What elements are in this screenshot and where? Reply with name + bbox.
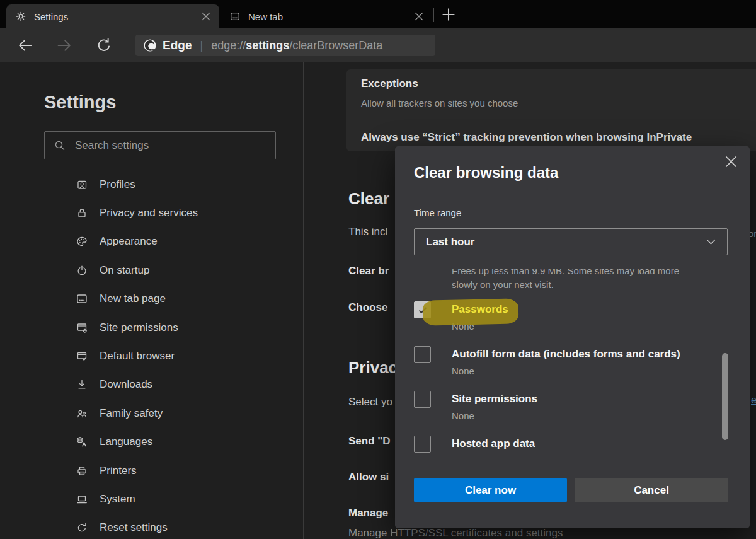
sidebar-item-label: Default browser bbox=[100, 350, 175, 362]
hosted-app-data-checkbox[interactable] bbox=[414, 436, 431, 453]
sidebar-item-printers[interactable]: Printers bbox=[0, 456, 302, 485]
exceptions-subtitle: Allow all trackers on sites you choose bbox=[361, 98, 518, 108]
sidebar-item-label: System bbox=[100, 493, 135, 506]
sidebar-item-label: Family safety bbox=[100, 407, 163, 420]
edge-logo-icon bbox=[143, 38, 157, 52]
new-tab-page-icon bbox=[76, 293, 88, 305]
default-browser-icon bbox=[76, 350, 88, 362]
clipped-text: Manage bbox=[348, 507, 388, 519]
palette-icon bbox=[76, 235, 88, 248]
profiles-icon bbox=[76, 178, 88, 191]
clipped-text: Select yo bbox=[348, 396, 392, 409]
clipped-text: Allow si bbox=[348, 471, 389, 484]
sidebar-item-on-startup[interactable]: On startup bbox=[0, 256, 302, 284]
download-icon bbox=[76, 378, 88, 391]
close-tab-icon[interactable] bbox=[202, 12, 210, 21]
checkbox-label: Passwords bbox=[452, 303, 508, 316]
tab-settings[interactable]: Settings bbox=[6, 4, 219, 28]
checkbox-sublabel: None bbox=[452, 366, 474, 376]
browser-window: Settings New tab bbox=[0, 0, 756, 539]
settings-search-box[interactable] bbox=[44, 131, 276, 159]
refresh-button[interactable] bbox=[96, 37, 112, 54]
system-icon bbox=[76, 493, 88, 506]
sidebar-item-new-tab-page[interactable]: New tab page bbox=[0, 285, 302, 313]
strict-tracking-heading: Always use “Strict” tracking prevention … bbox=[361, 131, 692, 144]
autofill-checkbox[interactable] bbox=[414, 346, 431, 363]
clear-browsing-data-dialog: Clear browsing data Time range Last hour… bbox=[395, 146, 750, 528]
site-permissions-checkbox[interactable] bbox=[414, 391, 431, 408]
dialog-scrollbar[interactable] bbox=[722, 353, 728, 440]
time-range-value: Last hour bbox=[426, 236, 706, 248]
forward-button[interactable] bbox=[56, 37, 72, 54]
tab-title: Settings bbox=[34, 11, 194, 22]
manage-certificates-text: Manage HTTPS/SSL certificates and settin… bbox=[348, 527, 563, 539]
url-host: settings bbox=[246, 39, 289, 52]
exceptions-heading: Exceptions bbox=[361, 78, 418, 90]
site-permissions-icon bbox=[76, 322, 88, 334]
sidebar-item-label: New tab page bbox=[100, 293, 166, 305]
dialog-title: Clear browsing data bbox=[414, 164, 558, 182]
address-brand: Edge bbox=[163, 38, 192, 52]
power-icon bbox=[76, 264, 88, 277]
sidebar-item-label: Printers bbox=[100, 465, 137, 477]
search-icon bbox=[54, 139, 66, 152]
sidebar-item-reset-settings[interactable]: Reset settings bbox=[0, 514, 302, 539]
address-divider: | bbox=[197, 39, 205, 52]
search-input[interactable] bbox=[75, 139, 266, 152]
checkbox-row-autofill: Autofill form data (includes forms and c… bbox=[414, 346, 729, 385]
clipped-text: This incl bbox=[348, 226, 387, 238]
sidebar-item-label: On startup bbox=[100, 264, 149, 277]
lock-icon bbox=[76, 207, 88, 219]
tab-new-tab[interactable]: New tab bbox=[220, 4, 432, 28]
clipped-text: Send "D bbox=[348, 435, 391, 448]
printer-icon bbox=[76, 465, 88, 477]
sidebar-navigation: Profiles Privacy and services Appeara bbox=[0, 170, 302, 539]
checkbox-label: Hosted app data bbox=[452, 438, 535, 450]
sidebar-item-label: Appearance bbox=[100, 235, 158, 248]
url-path: /clearBrowserData bbox=[289, 39, 382, 52]
sidebar-item-site-permissions[interactable]: Site permissions bbox=[0, 313, 302, 342]
cancel-button[interactable]: Cancel bbox=[575, 478, 728, 502]
gear-icon bbox=[15, 11, 26, 22]
sidebar-item-label: Downloads bbox=[100, 378, 152, 391]
checkbox-row-passwords: Passwords None bbox=[414, 301, 729, 340]
checkbox-label: Site permissions bbox=[452, 393, 537, 405]
new-tab-button[interactable] bbox=[441, 7, 456, 22]
close-tab-icon[interactable] bbox=[415, 12, 423, 21]
sidebar-item-privacy[interactable]: Privacy and services bbox=[0, 199, 302, 227]
sidebar-item-profiles[interactable]: Profiles bbox=[0, 170, 302, 199]
sidebar-item-family-safety[interactable]: Family safety bbox=[0, 399, 302, 427]
back-button[interactable] bbox=[17, 37, 33, 54]
sidebar-item-appearance[interactable]: Appearance bbox=[0, 228, 302, 256]
sidebar-item-label: Privacy and services bbox=[100, 207, 198, 219]
address-bar[interactable]: Edge | edge://settings/clearBrowserData bbox=[135, 35, 435, 56]
family-icon bbox=[76, 407, 88, 420]
new-tab-page-icon bbox=[229, 11, 241, 22]
clipped-heading: Privac bbox=[348, 358, 398, 378]
sidebar-item-label: Languages bbox=[100, 436, 152, 448]
tab-title: New tab bbox=[248, 11, 407, 22]
checkbox-sublabel: None bbox=[452, 410, 474, 421]
sidebar-item-system[interactable]: System bbox=[0, 485, 302, 513]
sidebar-item-downloads[interactable]: Downloads bbox=[0, 371, 302, 399]
size-description-line1: Frees up less than 9.9 MB. Some sites ma… bbox=[452, 269, 679, 276]
sidebar-item-label: Profiles bbox=[100, 178, 135, 191]
sidebar-item-languages[interactable]: Languages bbox=[0, 428, 302, 456]
checkbox-row-hosted-app-data: Hosted app data bbox=[414, 436, 729, 475]
time-range-select[interactable]: Last hour bbox=[414, 228, 728, 255]
dialog-close-icon[interactable] bbox=[725, 156, 737, 168]
languages-icon bbox=[76, 436, 88, 448]
clipped-text: Clear br bbox=[348, 265, 389, 277]
page-title: Settings bbox=[44, 92, 116, 113]
chevron-down-icon bbox=[706, 239, 716, 245]
clear-now-button[interactable]: Clear now bbox=[414, 478, 567, 502]
sidebar-divider bbox=[303, 62, 304, 539]
clipped-link[interactable]: e bbox=[751, 395, 756, 406]
tab-bar: Settings New tab bbox=[0, 0, 756, 28]
sidebar-item-default-browser[interactable]: Default browser bbox=[0, 342, 302, 370]
time-range-label: Time range bbox=[414, 207, 461, 218]
checkbox-row-site-permissions: Site permissions None bbox=[414, 391, 729, 430]
size-description-line2: slowly on your next visit. bbox=[452, 279, 554, 290]
url-scheme: edge:// bbox=[211, 39, 246, 52]
sidebar-item-label: Site permissions bbox=[100, 322, 178, 334]
